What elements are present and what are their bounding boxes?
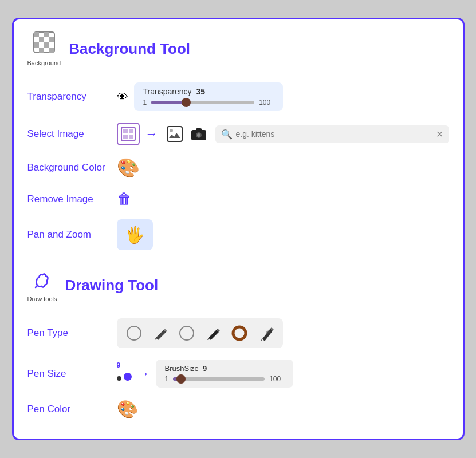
pen-color-content: 🎨 bbox=[117, 399, 449, 419]
svg-rect-19 bbox=[196, 128, 202, 131]
pen-size-content: 9 → BrushSize 9 1 100 bbox=[117, 360, 449, 388]
svg-rect-5 bbox=[34, 42, 39, 48]
pen-type-row: Pen Type bbox=[27, 313, 449, 354]
svg-rect-12 bbox=[123, 135, 128, 139]
pen-size-label: Pen Size bbox=[27, 368, 108, 380]
background-icon-wrap: Background bbox=[27, 31, 61, 66]
svg-rect-11 bbox=[129, 129, 133, 133]
transparency-slider-row: 1 100 bbox=[143, 98, 274, 106]
pen-color-row: Pen Color 🎨 bbox=[27, 393, 449, 425]
svg-point-18 bbox=[197, 133, 200, 137]
svg-rect-13 bbox=[129, 135, 133, 139]
draw-icon-label: Draw tools bbox=[27, 295, 57, 302]
svg-point-21 bbox=[180, 326, 194, 340]
image-search-input[interactable] bbox=[236, 129, 432, 139]
pen-color-palette-icon[interactable]: 🎨 bbox=[117, 399, 138, 419]
svg-rect-6 bbox=[44, 42, 49, 48]
transparency-row: Transparency 👁 Transparency 35 1 100 bbox=[27, 77, 449, 117]
image-search-bar[interactable]: 🔍 ✕ bbox=[215, 125, 449, 143]
pan-zoom-label: Pan and Zoom bbox=[27, 229, 108, 240]
remove-image-content: 🗑 bbox=[117, 190, 449, 208]
transparency-slider-thumb[interactable] bbox=[182, 98, 191, 107]
transparency-content: 👁 Transparency 35 1 100 bbox=[117, 82, 449, 111]
pen-size-arrow-icon: → bbox=[137, 366, 150, 381]
pen-size-icon-wrap: 9 bbox=[117, 367, 132, 381]
pen-types-group bbox=[117, 318, 283, 348]
select-image-label: Select Image bbox=[27, 128, 108, 140]
pan-zoom-button[interactable]: 🖐 bbox=[117, 219, 153, 250]
eye-icon: 👁 bbox=[117, 90, 128, 104]
transparency-slider-fill bbox=[151, 101, 185, 104]
brushsize-slider-thumb[interactable] bbox=[176, 374, 186, 384]
pen-circle-outline2[interactable] bbox=[176, 323, 197, 344]
pen-type-content bbox=[117, 318, 449, 348]
select-image-row: Select Image → bbox=[27, 117, 449, 151]
svg-rect-1 bbox=[34, 32, 39, 37]
remove-image-label: Remove Image bbox=[27, 194, 108, 205]
svg-point-15 bbox=[170, 129, 173, 132]
draw-icon-wrap: Draw tools bbox=[27, 268, 57, 302]
remove-image-row: Remove Image 🗑 bbox=[27, 184, 449, 214]
background-icon bbox=[33, 31, 56, 58]
upload-image-button[interactable] bbox=[164, 123, 186, 145]
select-image-content: → bbox=[117, 123, 449, 145]
dot-large bbox=[124, 373, 132, 381]
svg-point-22 bbox=[233, 327, 246, 339]
svg-rect-14 bbox=[167, 127, 182, 141]
pen-circle-outline[interactable] bbox=[124, 323, 144, 344]
transparency-top: Transparency 35 bbox=[143, 87, 274, 96]
background-color-row: Background Color 🎨 bbox=[27, 151, 449, 184]
hand-icon: 🖐 bbox=[125, 226, 145, 244]
transparency-label: Transparency bbox=[27, 91, 108, 102]
svg-rect-3 bbox=[39, 37, 44, 42]
svg-rect-4 bbox=[49, 37, 54, 42]
image-buttons bbox=[164, 123, 210, 145]
pen-size-dots bbox=[117, 373, 132, 381]
brushsize-slider-track[interactable] bbox=[173, 377, 265, 381]
arrow-icon: → bbox=[145, 127, 158, 141]
dot-small bbox=[117, 376, 121, 381]
pen-size-indicator: 9 bbox=[117, 361, 121, 369]
brushsize-label: BrushSize bbox=[165, 364, 199, 373]
brushsize-min: 1 bbox=[165, 375, 169, 383]
transparency-box: Transparency 35 1 100 bbox=[134, 82, 283, 111]
pen-calligraphy[interactable] bbox=[255, 323, 276, 344]
brushsize-slider-row: 1 100 bbox=[165, 375, 284, 383]
drawing-title: Drawing Tool bbox=[65, 277, 158, 294]
pen-type-label: Pen Type bbox=[27, 327, 108, 339]
remove-image-button[interactable]: 🗑 bbox=[117, 190, 132, 208]
search-clear-button[interactable]: ✕ bbox=[436, 129, 443, 140]
svg-rect-7 bbox=[39, 48, 44, 53]
pen-color-label: Pen Color bbox=[27, 404, 108, 415]
svg-point-20 bbox=[127, 326, 141, 340]
pan-zoom-row: Pan and Zoom 🖐 bbox=[27, 214, 449, 256]
brushsize-top: BrushSize 9 bbox=[165, 364, 284, 373]
background-color-label: Background Color bbox=[27, 162, 108, 173]
transparency-min: 1 bbox=[143, 98, 147, 106]
brushsize-box: BrushSize 9 1 100 bbox=[156, 360, 293, 388]
svg-rect-2 bbox=[44, 32, 49, 37]
pen-pencil[interactable] bbox=[150, 323, 171, 344]
main-panel: Background Background Tool Transparency … bbox=[12, 18, 465, 440]
pen-size-row: Pen Size 9 → BrushSize 9 1 bbox=[27, 354, 449, 393]
section-divider bbox=[27, 262, 449, 262]
camera-button[interactable] bbox=[188, 123, 210, 145]
transparency-value: 35 bbox=[196, 87, 206, 96]
transparency-max: 100 bbox=[259, 98, 270, 106]
brushsize-value: 9 bbox=[203, 364, 207, 373]
pen-donut[interactable] bbox=[229, 323, 250, 344]
background-color-content: 🎨 bbox=[117, 157, 449, 179]
pan-zoom-content: 🖐 bbox=[117, 219, 449, 250]
brushsize-max: 100 bbox=[269, 375, 281, 383]
drawing-header: Draw tools Drawing Tool bbox=[27, 268, 449, 302]
draw-tools-icon bbox=[31, 268, 53, 294]
pen-dark[interactable] bbox=[203, 323, 223, 344]
transparency-slider-track[interactable] bbox=[151, 101, 254, 104]
color-palette-icon[interactable]: 🎨 bbox=[117, 157, 140, 179]
svg-rect-8 bbox=[49, 48, 54, 53]
select-image-icon[interactable] bbox=[117, 123, 140, 145]
background-header: Background Background Tool bbox=[27, 31, 449, 66]
svg-rect-10 bbox=[123, 129, 128, 133]
background-title: Background Tool bbox=[69, 40, 190, 58]
transparency-slider-label: Transparency bbox=[143, 87, 192, 96]
